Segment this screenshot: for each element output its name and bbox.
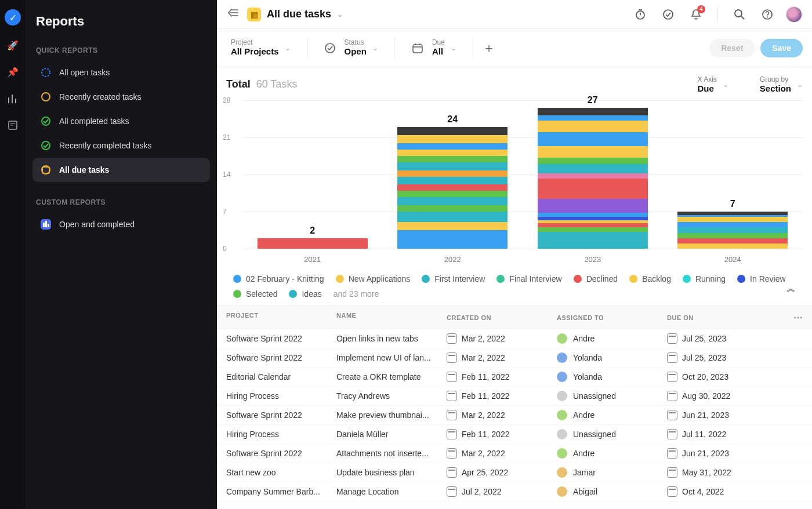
stacked-bar [397,127,507,249]
bar-column[interactable]: 24 [394,114,510,249]
table-row[interactable]: Software Sprint 2022 Open links in new t… [217,329,812,348]
legend-item[interactable]: First Interview [422,274,485,283]
sidebar-item[interactable]: Recently completed tasks [32,133,210,158]
calendar-icon [447,448,457,459]
help-icon[interactable] [757,5,777,24]
sidebar-item[interactable]: Open and completed [32,212,210,237]
cell-created: Mar 2, 2022 [447,410,557,420]
bar-column[interactable]: 27 [535,95,651,249]
col-header-created[interactable]: CREATED ON [447,312,557,323]
cell-created: Feb 11, 2022 [447,391,557,401]
table-row[interactable]: Hiring Process Daniela Müller Feb 11, 20… [217,425,812,444]
col-header-assigned[interactable]: ASSIGNED TO [557,312,667,323]
bar-segment [538,227,648,231]
legend-dot [289,290,297,298]
x-tick: 2023 [535,255,651,264]
bar-segment [538,115,648,121]
table-row[interactable]: Hiring Process Tracy Andrews Feb 11, 202… [217,387,812,406]
calendar-icon [667,429,677,439]
report-icon [39,66,52,79]
legend-item[interactable]: Running [683,274,726,283]
rail-rocket-icon[interactable]: 🚀 [6,38,20,52]
rail-chart-icon[interactable] [6,92,20,106]
reset-button[interactable]: Reset [709,39,755,57]
report-icon [39,163,52,176]
legend-item[interactable]: 02 February - Knitting [233,274,324,283]
bell-icon[interactable]: 4 [686,5,706,24]
bar-column[interactable]: 2 [255,226,371,249]
cell-assigned: Andre [557,448,667,459]
table-row[interactable]: Software Sprint 2022 Attachments not ins… [217,444,812,463]
table-more-icon[interactable]: ⋯ [793,312,803,323]
add-filter-button[interactable]: ＋ [483,39,495,57]
table-row[interactable]: Editorial Calendar Create a OKR template… [217,368,812,387]
report-icon [39,139,52,152]
icon-rail: ✓ 🚀 📌 [0,0,26,509]
sidebar-item-label: Recently completed tasks [59,141,152,150]
cell-assigned: Andre [557,410,667,420]
collapse-chart-icon[interactable]: ︽ [786,283,796,295]
legend-item[interactable]: In Review [737,274,785,283]
legend-item[interactable]: New Applications [336,274,411,283]
rail-tasks-icon[interactable]: ✓ [5,9,21,26]
collapse-sidebar-icon[interactable] [226,6,239,22]
table-row[interactable]: Software Sprint 2022 Make preview thumbn… [217,406,812,425]
section-quick-reports: QUICK REPORTS [36,46,206,54]
rail-note-icon[interactable] [6,118,20,132]
svg-point-6 [42,141,50,150]
svg-point-21 [325,43,335,53]
legend-item[interactable]: Backlog [629,274,671,283]
filter-due[interactable]: Due All ⌄ [404,39,463,57]
rail-pin-icon[interactable]: 📌 [6,65,20,79]
table-row[interactable]: Software Sprint 2022 Implement new UI of… [217,348,812,368]
bar-segment [397,191,507,197]
timer-icon[interactable] [630,5,650,24]
legend-item[interactable]: Declined [574,274,618,283]
avatar[interactable] [785,6,803,23]
xaxis-selector[interactable]: X Axis Due ⌄ [683,75,728,93]
legend-dot [233,275,241,283]
bar-total-label: 27 [588,95,598,106]
col-header-project[interactable]: PROJECT [226,312,336,323]
legend-dot [737,275,745,283]
bar-segment [538,146,648,158]
calendar-icon [667,372,677,382]
sidebar-item[interactable]: All open tasks [32,60,210,85]
col-header-due[interactable]: DUE ON⋯ [667,312,803,323]
task-table: PROJECT NAME CREATED ON ASSIGNED TO DUE … [217,306,812,509]
cell-created: Feb 11, 2022 [447,372,557,382]
legend-more[interactable]: and 23 more [334,289,379,299]
table-row[interactable]: Start new zoo Update business plan Apr 2… [217,463,812,482]
chart: 07142128 224277 2021202220232024 [217,96,812,270]
col-header-name[interactable]: NAME [336,312,447,323]
search-icon[interactable] [730,5,749,24]
check-circle-icon[interactable] [658,5,678,24]
x-tick: 2021 [255,255,371,264]
cell-name: Open links in new tabs [336,334,447,343]
bar-segment [397,212,507,222]
chart-header: Total 60 Tasks X Axis Due ⌄ Group by Sec… [217,67,812,96]
legend-item[interactable]: Final Interview [496,274,561,283]
cell-assigned: Abigail [557,486,667,497]
bar-segment [538,173,648,179]
filter-status[interactable]: Status Open ⌄ [317,39,385,57]
cell-due: Jun 21, 2023 [667,448,803,459]
legend-item[interactable]: Ideas [289,289,321,299]
table-row[interactable]: Company Summer Barb... Manage Location J… [217,482,812,501]
bar-column[interactable]: 7 [675,199,791,249]
legend-item[interactable]: Selected [233,289,277,299]
save-button[interactable]: Save [760,39,803,57]
cell-assigned: Andre [557,333,667,344]
sidebar-item[interactable]: Recently created tasks [32,85,210,109]
bar-segment [538,121,648,132]
chevron-down-icon: ⌄ [451,44,456,52]
bar-segment [677,243,788,249]
calendar-icon [447,352,457,363]
filter-project[interactable]: Project All Projects ⌄ [226,39,298,57]
section-custom-reports: CUSTOM REPORTS [36,198,206,206]
page-title[interactable]: ▦ All due tasks ⌄ [247,8,343,21]
x-tick: 2024 [675,255,791,264]
sidebar-item[interactable]: All due tasks [32,158,210,182]
sidebar-item[interactable]: All completed tasks [32,109,210,133]
groupby-selector[interactable]: Group by Section ⌄ [746,75,803,93]
